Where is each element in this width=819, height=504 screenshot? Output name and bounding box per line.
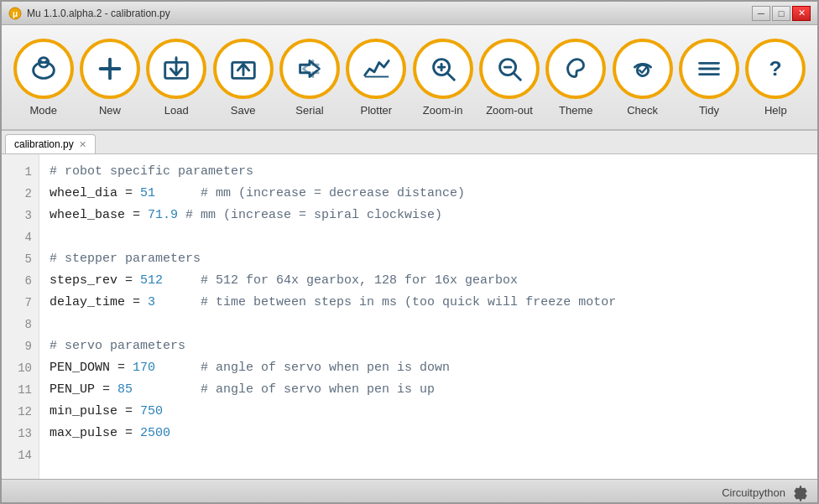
plotter-button[interactable]: Plotter	[343, 39, 410, 117]
line-num: 14	[10, 444, 32, 466]
new-circle[interactable]	[80, 39, 140, 99]
zoom-out-label: Zoom-out	[486, 104, 533, 117]
check-button[interactable]: Check	[609, 39, 676, 117]
plotter-label: Plotter	[361, 104, 393, 117]
serial-button[interactable]: Serial	[276, 39, 342, 117]
tidy-circle[interactable]	[679, 39, 739, 99]
circuitpython-label: Circuitpython	[722, 486, 785, 499]
load-button[interactable]: Load	[143, 39, 210, 117]
code-editor[interactable]: # robot specific parameters wheel_dia = …	[39, 154, 817, 479]
zoom-out-button[interactable]: Zoom-out	[476, 39, 542, 117]
toolbar: Mode New Load Save	[2, 25, 817, 131]
svg-line-18	[514, 72, 521, 80]
mode-label: Mode	[29, 104, 57, 117]
svg-text:μ: μ	[13, 9, 18, 18]
plotter-circle[interactable]	[346, 39, 406, 99]
status-bar: Circuitpython	[2, 479, 817, 504]
line-num: 13	[10, 423, 32, 444]
check-circle[interactable]	[613, 39, 673, 99]
maximize-button[interactable]: □	[772, 6, 790, 21]
zoom-in-button[interactable]: Zoom-in	[410, 39, 476, 117]
svg-line-15	[446, 72, 454, 80]
settings-button[interactable]	[792, 485, 809, 501]
theme-circle[interactable]	[545, 39, 606, 99]
line-num: 5	[10, 248, 32, 270]
line-num: 12	[10, 401, 32, 423]
check-label: Check	[627, 104, 658, 117]
line-num: 11	[10, 379, 32, 401]
close-button[interactable]: ✕	[792, 6, 811, 21]
svg-point-4	[39, 60, 42, 63]
new-button[interactable]: New	[76, 39, 143, 117]
line-num: 8	[10, 314, 32, 335]
line-num: 2	[10, 183, 32, 205]
line-num: 9	[10, 335, 32, 357]
save-button[interactable]: Save	[210, 39, 276, 117]
serial-circle[interactable]	[279, 39, 340, 99]
mode-circle[interactable]	[13, 39, 74, 99]
save-circle[interactable]	[213, 39, 274, 99]
theme-button[interactable]: Theme	[543, 39, 609, 117]
window-controls: ─ □ ✕	[752, 6, 811, 21]
new-label: New	[99, 104, 121, 117]
line-num: 7	[10, 292, 32, 314]
svg-text:?: ?	[769, 56, 782, 79]
tab-filename: calibration.py	[14, 138, 74, 150]
serial-label: Serial	[295, 104, 323, 117]
svg-point-5	[44, 60, 47, 63]
help-circle[interactable]: ?	[745, 39, 806, 99]
line-num: 4	[10, 226, 32, 248]
load-label: Load	[164, 104, 189, 117]
window-title: Mu 1.1.0.alpha.2 - calibration.py	[27, 8, 752, 19]
svg-point-2	[33, 62, 54, 78]
line-num: 10	[10, 357, 32, 379]
line-num: 3	[10, 205, 32, 226]
tidy-button[interactable]: Tidy	[676, 39, 742, 117]
theme-label: Theme	[559, 104, 592, 117]
app-icon: μ	[8, 7, 22, 20]
title-bar: μ Mu 1.1.0.alpha.2 - calibration.py ─ □ …	[2, 2, 817, 25]
save-label: Save	[231, 104, 256, 117]
line-num: 6	[10, 270, 32, 292]
tab-calibration[interactable]: calibration.py ✕	[5, 134, 96, 153]
line-num: 1	[10, 161, 32, 183]
zoom-out-circle[interactable]	[479, 39, 540, 99]
tab-close-button[interactable]: ✕	[79, 140, 86, 149]
load-circle[interactable]	[146, 39, 206, 99]
minimize-button[interactable]: ─	[752, 6, 770, 21]
tab-bar: calibration.py ✕	[2, 131, 817, 154]
line-numbers: 1 2 3 4 5 6 7 8 9 10 11 12 13 14	[2, 154, 39, 479]
editor-area[interactable]: 1 2 3 4 5 6 7 8 9 10 11 12 13 14 # robot…	[2, 154, 817, 479]
mode-button[interactable]: Mode	[10, 39, 76, 117]
zoom-in-label: Zoom-in	[423, 104, 463, 117]
tidy-label: Tidy	[699, 104, 719, 117]
help-label: Help	[764, 104, 787, 117]
zoom-in-circle[interactable]	[413, 39, 473, 99]
help-button[interactable]: ? Help	[743, 39, 809, 117]
